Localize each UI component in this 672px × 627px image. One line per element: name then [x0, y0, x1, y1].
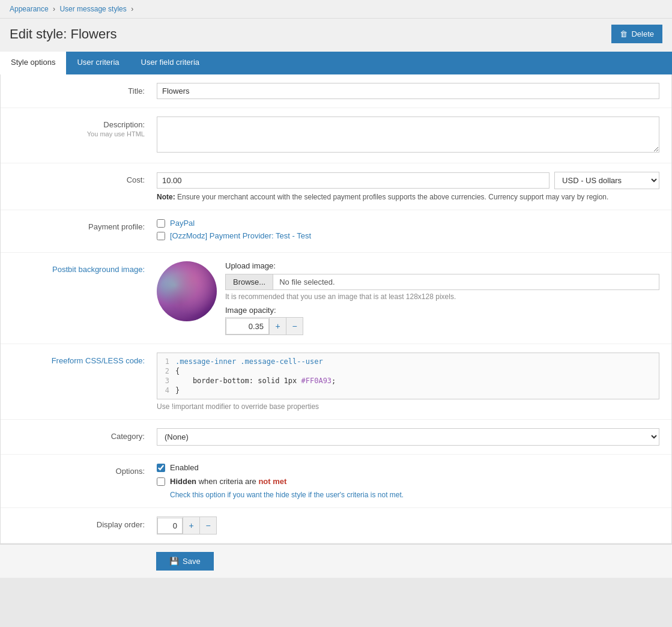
opacity-label: Image opacity: — [225, 306, 659, 315]
tab-user-field-criteria[interactable]: User field criteria — [130, 52, 211, 74]
options-label: Options: — [13, 463, 157, 476]
enabled-label[interactable]: Enabled — [170, 463, 199, 472]
form-content: Title: Description: You may use HTML Cos… — [0, 74, 672, 544]
ozzmodz-option: [OzzModz] Payment Provider: Test - Test — [157, 231, 659, 240]
paypal-label[interactable]: PayPal — [170, 219, 195, 228]
display-order-row: Display order: + − — [1, 508, 671, 544]
ozzmodz-label[interactable]: [OzzModz] Payment Provider: Test - Test — [170, 231, 311, 240]
description-input[interactable] — [157, 117, 659, 153]
opacity-stepper: + − — [225, 317, 303, 335]
breadcrumb-appearance[interactable]: Appearance — [10, 5, 49, 13]
tab-bar: Style options User criteria User field c… — [0, 52, 672, 74]
options-row: Options: Enabled Hidden when criteria ar… — [1, 455, 671, 508]
tab-style-options[interactable]: Style options — [0, 52, 66, 74]
file-name: No file selected. — [273, 274, 659, 289]
trash-icon: 🗑 — [620, 29, 628, 38]
opacity-value[interactable] — [226, 318, 269, 335]
page-title: Edit style: Flowers — [10, 26, 117, 42]
upload-label: Upload image: — [225, 261, 659, 270]
enabled-checkbox[interactable] — [157, 464, 165, 472]
css-field: 1 .message-inner .message-cell--user 2 {… — [157, 353, 659, 411]
options-field: Enabled Hidden when criteria are not met… — [157, 463, 659, 499]
hidden-label[interactable]: Hidden when criteria are not met — [170, 477, 286, 486]
code-line-2: 2 { — [157, 366, 659, 376]
delete-button[interactable]: 🗑 Delete — [611, 25, 662, 43]
hidden-option: Hidden when criteria are not met — [157, 477, 659, 486]
payment-row: Payment profile: PayPal [OzzModz] Paymen… — [1, 210, 671, 253]
breadcrumb-styles[interactable]: User message styles — [59, 5, 126, 13]
display-order-label: Display order: — [13, 516, 157, 529]
code-hint: Use !important modifier to override base… — [157, 402, 659, 411]
tab-user-criteria[interactable]: User criteria — [66, 52, 130, 74]
css-label: Freeform CSS/LESS code: — [13, 353, 157, 365]
hidden-checkbox[interactable] — [157, 477, 165, 486]
category-row: Category: (None) — [1, 420, 671, 455]
category-select[interactable]: (None) — [157, 428, 659, 446]
ozzmodz-checkbox[interactable] — [157, 232, 165, 240]
code-line-4: 4 } — [157, 386, 659, 395]
postbit-field: Upload image: Browse... No file selected… — [157, 261, 659, 335]
opacity-increment-button[interactable]: + — [269, 318, 286, 335]
save-button[interactable]: 💾 Save — [156, 552, 214, 571]
code-line-1: 1 .message-inner .message-cell--user — [157, 357, 659, 366]
code-line-3: 3 border-bottom: solid 1px #FF0A93; — [157, 376, 659, 386]
order-increment-button[interactable]: + — [183, 517, 199, 534]
cost-note: Note: Ensure your merchant account with … — [157, 193, 659, 201]
postbit-row: Postbit background image: Upload image: … — [1, 253, 671, 344]
order-decrement-button[interactable]: − — [199, 517, 216, 534]
description-label: Description: You may use HTML — [13, 117, 157, 138]
hidden-hint: Check this option if you want the hide s… — [170, 491, 659, 499]
code-editor[interactable]: 1 .message-inner .message-cell--user 2 {… — [157, 353, 659, 399]
save-icon: 💾 — [169, 557, 179, 566]
cost-field: USD - US dollars Note: Ensure your merch… — [157, 172, 659, 201]
description-field — [157, 117, 659, 154]
postbit-image-preview — [157, 261, 217, 321]
title-input[interactable] — [157, 83, 659, 99]
breadcrumb-sep1: › — [53, 5, 55, 13]
postbit-controls: Upload image: Browse... No file selected… — [225, 261, 659, 335]
file-input-row: Browse... No file selected. — [225, 274, 659, 290]
title-field — [157, 83, 659, 99]
postbit-label: Postbit background image: — [13, 261, 157, 274]
display-order-field: + − — [157, 516, 659, 535]
payment-label: Payment profile: — [13, 219, 157, 231]
title-label: Title: — [13, 83, 157, 95]
breadcrumb-sep2: › — [131, 5, 133, 13]
paypal-option: PayPal — [157, 219, 659, 228]
category-field: (None) — [157, 428, 659, 446]
form-footer: 💾 Save — [0, 544, 672, 578]
order-stepper: + − — [157, 516, 217, 535]
image-note: It is recommended that you use an image … — [225, 292, 659, 301]
order-value[interactable] — [157, 518, 183, 534]
css-row: Freeform CSS/LESS code: 1 .message-inner… — [1, 344, 671, 420]
enabled-option: Enabled — [157, 463, 659, 472]
payment-field: PayPal [OzzModz] Payment Provider: Test … — [157, 219, 659, 244]
title-row: Title: — [1, 74, 671, 108]
cost-input[interactable] — [157, 172, 549, 189]
cost-label: Cost: — [13, 172, 157, 184]
breadcrumb: Appearance › User message styles › — [0, 0, 672, 19]
category-label: Category: — [13, 428, 157, 441]
currency-select[interactable]: USD - US dollars — [554, 172, 659, 189]
paypal-checkbox[interactable] — [157, 219, 165, 228]
browse-button[interactable]: Browse... — [226, 274, 273, 289]
description-row: Description: You may use HTML — [1, 108, 671, 163]
opacity-decrement-button[interactable]: − — [286, 318, 303, 335]
cost-row: Cost: USD - US dollars Note: Ensure your… — [1, 163, 671, 210]
